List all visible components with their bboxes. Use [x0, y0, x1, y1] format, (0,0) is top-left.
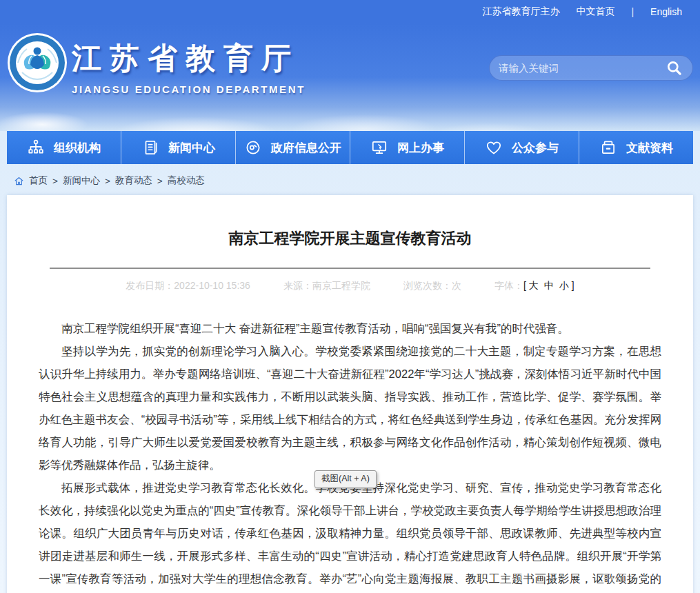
link-chinese-home[interactable]: 中文首页	[576, 6, 614, 18]
breadcrumb-item-university-news[interactable]: 高校动态	[168, 174, 205, 187]
article-paragraph: 南京工程学院组织开展“喜迎二十大 奋进新征程”主题宣传教育活动，唱响“强国复兴有…	[39, 317, 661, 340]
breadcrumb-separator: >	[157, 176, 163, 186]
home-icon	[14, 176, 24, 186]
nav-item-online-services[interactable]: 网上办事	[350, 131, 465, 164]
font-size-control: 字体：[大中小]	[494, 280, 574, 292]
view-count: 浏览次数：次	[403, 280, 461, 292]
top-utility-bar: 江苏省教育厅主办 中文首页 | English	[0, 0, 700, 23]
info-disclosure-icon	[244, 139, 262, 157]
archive-icon	[599, 139, 617, 157]
nav-item-gov-info-disclosure[interactable]: 政府信息公开	[236, 131, 350, 164]
article-title: 南京工程学院开展主题宣传教育活动	[7, 195, 693, 249]
nav-item-organization[interactable]: 组织机构	[7, 131, 121, 164]
font-size-large-button[interactable]: 大	[529, 280, 539, 291]
site-brand: 江苏省教育厅 JIANGSU EDUCATION DEPARTMENT	[72, 39, 306, 95]
breadcrumb: 首页 > 新闻中心 > 教育动态 > 高校动态	[7, 164, 693, 195]
breadcrumb-item-education-news[interactable]: 教育动态	[115, 174, 152, 187]
nav-item-label: 公众参与	[512, 140, 559, 156]
link-english[interactable]: English	[650, 6, 682, 17]
topbar-separator: |	[631, 6, 634, 17]
article-paragraph: 坚持以学为先，抓实党的创新理论学习入脑入心。学校党委紧紧围绕迎接党的二十大主题，…	[39, 340, 661, 476]
site-search	[489, 55, 693, 81]
font-size-medium-button[interactable]: 中	[544, 280, 554, 291]
news-doc-icon	[141, 139, 159, 157]
nav-item-label: 政府信息公开	[271, 140, 341, 156]
title-divider	[50, 268, 650, 269]
nav-item-documents[interactable]: 文献资料	[579, 131, 693, 164]
article-card: 南京工程学院开展主题宣传教育活动 发布日期：2022-10-10 15:36 来…	[7, 195, 693, 593]
article-meta: 发布日期：2022-10-10 15:36 来源：南京工程学院 浏览次数：次 字…	[7, 280, 693, 292]
nav-item-public-participation[interactable]: 公众参与	[465, 131, 579, 164]
page: 江苏省教育厅主办 中文首页 | English 江苏省教育厅 JIANGSU E…	[0, 0, 700, 593]
org-chart-icon	[27, 139, 45, 157]
online-service-icon	[370, 139, 388, 157]
article-paragraph: 拓展形式载体，推进党史学习教育常态化长效化。学校党委坚持深化党史学习、研究、宣传…	[39, 476, 661, 593]
breadcrumb-item-news-center[interactable]: 新闻中心	[63, 174, 100, 187]
site-banner: 江苏省教育厅 JIANGSU EDUCATION DEPARTMENT	[0, 23, 700, 131]
heart-icon	[485, 139, 503, 157]
site-title: 江苏省教育厅	[72, 39, 306, 79]
nav-item-news-center[interactable]: 新闻中心	[121, 131, 236, 164]
font-size-small-button[interactable]: 小	[559, 280, 569, 291]
article-source: 来源：南京工程学院	[283, 280, 370, 292]
search-input[interactable]	[499, 63, 666, 74]
link-site-sponsor[interactable]: 江苏省教育厅主办	[482, 6, 559, 18]
main-nav: 组织机构 新闻中心 政府信息公开 网上办事	[7, 131, 693, 164]
nav-item-label: 文献资料	[626, 140, 673, 156]
article-body: 南京工程学院组织开展“喜迎二十大 奋进新征程”主题宣传教育活动，唱响“强国复兴有…	[7, 317, 693, 593]
site-subtitle: JIANGSU EDUCATION DEPARTMENT	[72, 83, 306, 95]
screenshot-tooltip: 截图(Alt + A)	[314, 470, 377, 488]
nav-item-label: 组织机构	[54, 140, 101, 156]
nav-item-label: 新闻中心	[168, 140, 215, 156]
publish-date: 发布日期：2022-10-10 15:36	[126, 280, 250, 292]
jiangsu-education-logo	[7, 32, 68, 93]
search-icon[interactable]	[666, 59, 683, 77]
breadcrumb-separator: >	[105, 176, 110, 186]
breadcrumb-separator: >	[52, 176, 58, 186]
breadcrumb-item-home[interactable]: 首页	[29, 174, 48, 187]
nav-item-label: 网上办事	[397, 140, 444, 156]
